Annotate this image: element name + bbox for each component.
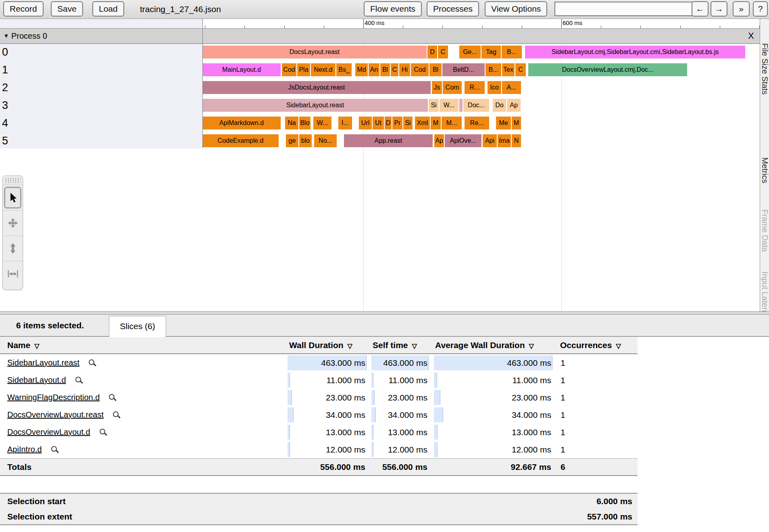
trace-slice[interactable]: Cod <box>282 63 296 76</box>
trace-slice[interactable]: ApiMarkdown.d <box>202 117 281 129</box>
trace-slice[interactable]: CodeExample.d <box>202 134 279 147</box>
trace-slice[interactable]: Com <box>443 81 462 94</box>
trace-slice[interactable]: Doc... <box>463 99 489 112</box>
trace-slice[interactable]: Api <box>483 134 497 147</box>
trace-slice[interactable]: Ge... <box>459 46 481 58</box>
trace-slice[interactable]: I... <box>338 117 352 129</box>
trace-slice[interactable]: Pla <box>297 63 310 76</box>
trace-slice[interactable] <box>459 99 463 112</box>
sort-triangle-icon[interactable]: ▽ <box>348 342 352 349</box>
trace-slice[interactable]: Pr <box>392 117 402 129</box>
tab-file-size-stats[interactable]: File Size Stats <box>760 43 769 95</box>
trace-slice[interactable]: Na <box>285 117 298 129</box>
column-header-self-time[interactable]: Self time▽ <box>373 337 417 353</box>
timing-tool-button[interactable] <box>3 261 23 286</box>
trace-slice[interactable]: Si <box>429 99 439 112</box>
more-options-button[interactable]: » <box>733 1 750 17</box>
trace-slice[interactable]: Js <box>432 81 442 94</box>
view-options-button[interactable]: View Options <box>485 1 547 17</box>
trace-slice[interactable]: M <box>512 117 521 129</box>
pan-tool-button[interactable] <box>3 210 23 236</box>
trace-slice[interactable]: Ico <box>488 81 501 94</box>
record-button[interactable]: Record <box>3 1 44 17</box>
trace-slice[interactable]: C <box>391 63 398 76</box>
trace-slice[interactable]: Tag <box>481 46 501 58</box>
trace-slice[interactable]: Url <box>359 117 372 129</box>
sort-triangle-icon[interactable]: ▽ <box>412 342 417 349</box>
trace-slice[interactable]: A... <box>502 81 521 94</box>
close-icon[interactable]: X <box>748 29 754 43</box>
magnifier-icon[interactable] <box>88 359 96 367</box>
collapse-triangle-icon[interactable]: ▼ <box>3 29 9 43</box>
help-button[interactable]: ? <box>753 1 768 17</box>
trace-slice[interactable]: B... <box>486 63 501 76</box>
magnifier-icon[interactable] <box>113 411 121 419</box>
trace-slice[interactable]: Md <box>355 63 368 76</box>
trace-slice[interactable]: Si <box>403 117 413 129</box>
slice-name-link[interactable]: SidebarLayout.reast <box>7 358 79 367</box>
trace-slice[interactable]: Cod <box>411 63 429 76</box>
trace-slice[interactable]: D <box>427 46 437 58</box>
trace-slice[interactable]: Bs_ <box>336 63 352 76</box>
tab-metrics[interactable]: Metrics <box>760 157 769 183</box>
trace-slice[interactable]: Ap <box>434 134 444 147</box>
trace-slice[interactable]: Bl <box>380 63 390 76</box>
trace-slice[interactable]: M <box>431 117 441 129</box>
trace-slice[interactable]: Bl <box>429 63 442 76</box>
trace-slice[interactable]: App.reast <box>344 134 433 147</box>
find-next-button[interactable]: → <box>711 1 727 17</box>
trace-slice[interactable]: Xml <box>415 117 430 129</box>
trace-slice[interactable]: M... <box>442 117 462 129</box>
trace-slice[interactable]: Ima <box>498 134 511 147</box>
slice-name-link[interactable]: DocsOverviewLayout.d <box>7 428 90 436</box>
load-button[interactable]: Load <box>92 1 124 17</box>
column-header-name[interactable]: Name▽ <box>7 337 40 353</box>
slice-name-link[interactable]: DocsOverviewLayout.reast <box>7 410 104 419</box>
trace-slice[interactable]: W... <box>440 99 458 112</box>
time-ruler[interactable]: 400 ms600 ms <box>202 19 760 28</box>
trace-slice[interactable]: JsDocsLayout.reast <box>202 81 431 94</box>
magnifier-icon[interactable] <box>108 394 117 402</box>
trace-slice[interactable]: Me <box>496 117 511 129</box>
trace-slice[interactable]: C <box>438 46 448 58</box>
trace-slice[interactable]: Re... <box>465 117 489 129</box>
trace-slice[interactable]: Ap <box>507 99 521 112</box>
trace-slice[interactable]: W... <box>313 117 331 129</box>
sort-triangle-icon[interactable]: ▽ <box>616 342 621 349</box>
process-header[interactable]: ▼ Process 0 X <box>0 28 760 44</box>
trace-slice[interactable]: C <box>515 63 526 76</box>
slice-name-link[interactable]: WarningFlagDescription.d <box>7 393 100 402</box>
trace-slice[interactable]: SidebarLayout.cmj,SidebarLayout.cmi,Side… <box>525 46 745 58</box>
trace-slice[interactable]: Blo <box>299 117 311 129</box>
magnifier-icon[interactable] <box>99 428 107 436</box>
panel-splitter[interactable] <box>0 311 769 315</box>
sort-triangle-icon[interactable]: ▽ <box>34 342 39 349</box>
magnifier-icon[interactable] <box>51 446 59 454</box>
slice-name-link[interactable]: SidebarLayout.d <box>7 376 66 384</box>
tab-input-latency[interactable]: Input Latency <box>760 271 769 311</box>
trace-slice[interactable]: ge <box>286 134 298 147</box>
trace-slice[interactable]: B... <box>502 46 522 58</box>
trace-slice[interactable]: No... <box>314 134 337 147</box>
trace-slice[interactable]: Ut <box>373 117 384 129</box>
trace-slice[interactable]: blo <box>299 134 312 147</box>
search-input[interactable] <box>554 2 696 16</box>
selection-tool-button[interactable] <box>3 185 23 210</box>
column-header-wall-duration[interactable]: Wall Duration▽ <box>289 337 352 353</box>
trace-slice[interactable]: DocsLayout.reast <box>202 46 427 58</box>
column-header-occurrences[interactable]: Occurrences▽ <box>560 337 621 353</box>
trace-slice[interactable]: R... <box>465 81 485 94</box>
trace-slice[interactable]: An <box>369 63 379 76</box>
save-button[interactable]: Save <box>51 1 83 17</box>
find-previous-button[interactable]: ← <box>692 1 709 17</box>
palette-drag-handle[interactable] <box>5 178 21 183</box>
slice-name-link[interactable]: ApiIntro.d <box>7 445 42 454</box>
zoom-tool-button[interactable] <box>3 236 23 261</box>
sort-triangle-icon[interactable]: ▽ <box>529 342 534 349</box>
trace-slice[interactable]: Next.d <box>311 63 336 76</box>
trace-slice[interactable]: D <box>385 117 392 129</box>
trace-slice[interactable]: Tex <box>502 63 515 76</box>
trace-slice[interactable]: N <box>512 134 521 147</box>
flow-events-button[interactable]: Flow events <box>364 1 422 17</box>
trace-slice[interactable]: Hi <box>399 63 410 76</box>
